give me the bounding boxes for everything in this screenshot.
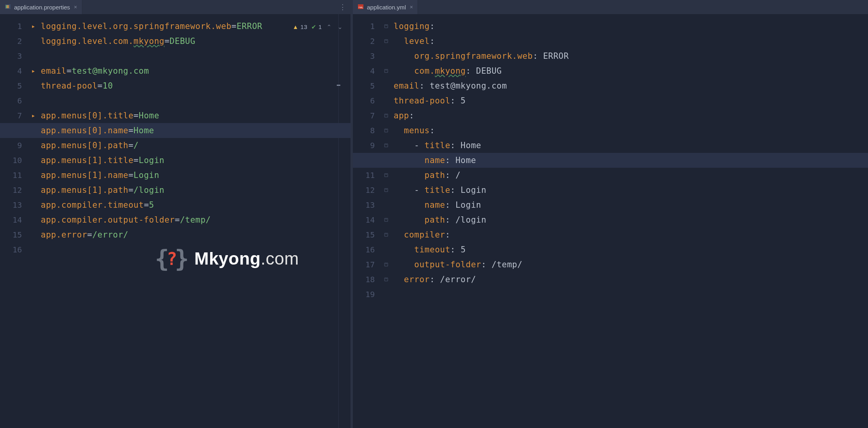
- line-number[interactable]: 6: [0, 93, 27, 108]
- code-line[interactable]: app.menus[1].name=Login: [39, 168, 350, 183]
- code-line[interactable]: app.compiler.timeout=5: [39, 198, 350, 212]
- line-number[interactable]: 2: [0, 34, 27, 49]
- code-line[interactable]: - title: Login: [392, 183, 868, 198]
- code-line[interactable]: timeout: 5: [392, 242, 868, 257]
- fold-marker[interactable]: [380, 138, 392, 153]
- code-line[interactable]: app.menus[0].name=Home: [0, 123, 350, 138]
- fold-marker[interactable]: [27, 49, 39, 63]
- code-area[interactable]: ▲ 13 ✔ 1 ⌃ ⌄ logging.level.org.springfra…: [39, 14, 350, 428]
- line-number[interactable]: 8: [353, 123, 380, 138]
- code-line[interactable]: - title: Home: [392, 138, 868, 153]
- tab-yml[interactable]: YML application.yml ×: [353, 0, 418, 14]
- close-icon[interactable]: ×: [73, 4, 78, 10]
- fold-marker[interactable]: [380, 227, 392, 242]
- line-number[interactable]: 2: [353, 34, 380, 49]
- code-line[interactable]: error: /error/: [392, 272, 868, 287]
- line-number[interactable]: 9: [0, 138, 27, 153]
- code-line[interactable]: level:: [392, 34, 868, 49]
- fold-marker[interactable]: [380, 198, 392, 212]
- code-line[interactable]: menus:: [392, 123, 868, 138]
- line-number[interactable]: 7: [353, 108, 380, 123]
- code-line[interactable]: name: Home: [353, 153, 868, 168]
- line-number[interactable]: 3: [353, 49, 380, 63]
- code-line[interactable]: logging:: [392, 19, 868, 34]
- close-icon[interactable]: ×: [409, 4, 414, 10]
- fold-marker[interactable]: [27, 198, 39, 212]
- code-line[interactable]: thread-pool: 5: [392, 93, 868, 108]
- code-area[interactable]: logging: level: org.springframework.web:…: [392, 14, 868, 428]
- line-number[interactable]: 10: [0, 153, 27, 168]
- next-highlight-icon[interactable]: ⌄: [337, 20, 344, 34]
- line-number[interactable]: 14: [353, 212, 380, 227]
- fold-marker[interactable]: [27, 227, 39, 242]
- code-line[interactable]: compiler:: [392, 227, 868, 242]
- line-number[interactable]: 15: [353, 227, 380, 242]
- line-number[interactable]: 18: [353, 272, 380, 287]
- fold-marker[interactable]: [27, 242, 39, 257]
- ok-icon[interactable]: ✔ 1: [311, 20, 322, 34]
- fold-marker[interactable]: [380, 287, 392, 302]
- line-number[interactable]: 1: [0, 19, 27, 34]
- code-line[interactable]: thread-pool=10: [39, 78, 350, 93]
- code-line[interactable]: name: Login: [392, 198, 868, 212]
- code-line[interactable]: email=test@mkyong.com: [39, 63, 350, 78]
- line-number[interactable]: 13: [0, 198, 27, 212]
- breakpoint-region-icon[interactable]: ▶: [27, 108, 39, 123]
- tab-overflow-menu-icon[interactable]: ⋮: [335, 0, 350, 14]
- line-number[interactable]: 16: [353, 242, 380, 257]
- code-line[interactable]: [39, 93, 350, 108]
- code-line[interactable]: path: /login: [392, 212, 868, 227]
- code-line[interactable]: app.menus[0].title=Home: [39, 108, 350, 123]
- line-number[interactable]: 9: [353, 138, 380, 153]
- line-number[interactable]: 15: [0, 227, 27, 242]
- fold-column[interactable]: ▶▶▶: [27, 14, 39, 428]
- warning-icon[interactable]: ▲ 13: [292, 20, 307, 34]
- line-number[interactable]: 11: [353, 168, 380, 183]
- fold-marker[interactable]: [27, 168, 39, 183]
- fold-marker[interactable]: [380, 34, 392, 49]
- fold-marker[interactable]: [27, 183, 39, 198]
- breakpoint-region-icon[interactable]: ▶: [27, 19, 39, 34]
- fold-marker[interactable]: [380, 257, 392, 272]
- code-line[interactable]: email: test@mkyong.com: [392, 78, 868, 93]
- editor-right[interactable]: 12345678910111213141516171819 logging: l…: [353, 14, 868, 428]
- fold-marker[interactable]: [380, 78, 392, 93]
- fold-marker[interactable]: [27, 34, 39, 49]
- fold-marker[interactable]: [27, 153, 39, 168]
- line-number[interactable]: 19: [353, 287, 380, 302]
- fold-marker[interactable]: [380, 212, 392, 227]
- line-number[interactable]: 12: [0, 183, 27, 198]
- line-number[interactable]: 4: [0, 63, 27, 78]
- line-number[interactable]: 7: [0, 108, 27, 123]
- code-line[interactable]: [39, 242, 350, 257]
- fold-marker[interactable]: [27, 138, 39, 153]
- line-number[interactable]: 16: [0, 242, 27, 257]
- fold-marker[interactable]: [27, 78, 39, 93]
- tab-properties[interactable]: application.properties ×: [0, 0, 82, 14]
- line-gutter[interactable]: 12345678910111213141516171819: [353, 14, 380, 428]
- fold-marker[interactable]: [380, 19, 392, 34]
- line-number[interactable]: 5: [0, 78, 27, 93]
- code-line[interactable]: app.menus[1].title=Login: [39, 153, 350, 168]
- breakpoint-region-icon[interactable]: ▶: [27, 63, 39, 78]
- fold-column[interactable]: [380, 14, 392, 428]
- inspections-widget[interactable]: ▲ 13 ✔ 1 ⌃ ⌄: [292, 20, 343, 34]
- line-number[interactable]: 1: [353, 19, 380, 34]
- fold-marker[interactable]: [27, 93, 39, 108]
- fold-marker[interactable]: [380, 49, 392, 63]
- fold-marker[interactable]: [380, 242, 392, 257]
- line-number[interactable]: 11: [0, 168, 27, 183]
- line-gutter[interactable]: 12345678910111213141516: [0, 14, 27, 428]
- code-line[interactable]: output-folder: /temp/: [392, 257, 868, 272]
- fold-marker[interactable]: [380, 183, 392, 198]
- line-number[interactable]: 6: [353, 93, 380, 108]
- code-line[interactable]: path: /: [392, 168, 868, 183]
- fold-marker[interactable]: [380, 93, 392, 108]
- line-number[interactable]: 12: [353, 183, 380, 198]
- code-line[interactable]: logging.level.com.mkyong=DEBUG: [39, 34, 350, 49]
- line-number[interactable]: 3: [0, 49, 27, 63]
- code-line[interactable]: app.menus[1].path=/login: [39, 183, 350, 198]
- fold-marker[interactable]: [380, 272, 392, 287]
- line-number[interactable]: 13: [353, 198, 380, 212]
- code-line[interactable]: app.error=/error/: [39, 227, 350, 242]
